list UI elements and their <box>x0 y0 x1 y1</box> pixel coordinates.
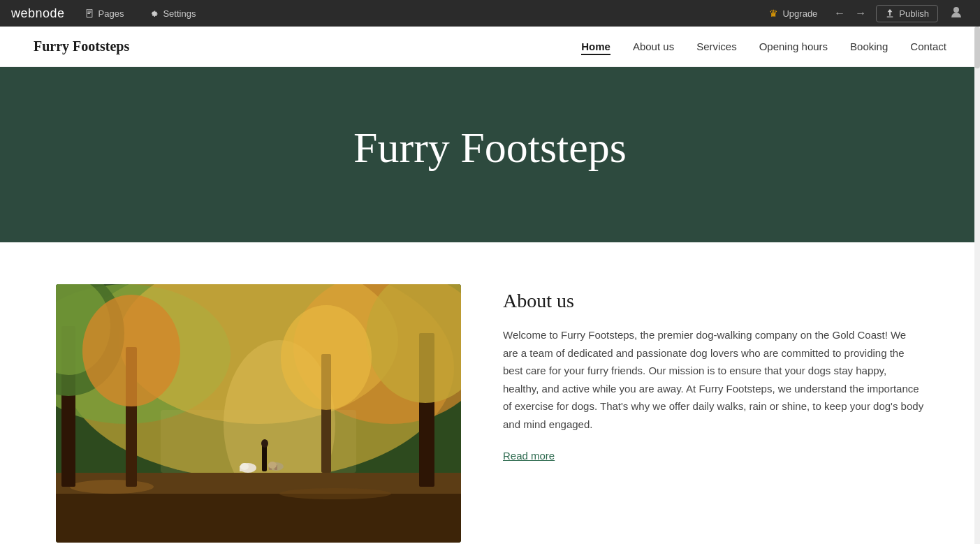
upgrade-button[interactable]: ♛ Upgrade <box>762 5 824 22</box>
hero-title: Furry Footsteps <box>353 123 627 172</box>
svg-point-19 <box>281 305 372 410</box>
svg-point-17 <box>82 295 180 406</box>
nav-link-contact[interactable]: Contact <box>910 41 946 52</box>
editor-bar-right: ♛ Upgrade ← → Publish <box>762 2 969 25</box>
nav-link-home[interactable]: Home <box>581 41 610 55</box>
svg-rect-20 <box>161 410 356 473</box>
user-icon <box>949 5 963 19</box>
park-svg <box>56 284 461 543</box>
gear-icon <box>149 8 159 18</box>
crown-icon: ♛ <box>769 8 778 19</box>
nav-link-booking[interactable]: Booking <box>850 41 888 52</box>
nav-item-booking[interactable]: Booking <box>850 41 888 53</box>
svg-point-27 <box>240 463 249 470</box>
svg-rect-26 <box>251 466 254 471</box>
nav-item-contact[interactable]: Contact <box>910 41 946 53</box>
svg-point-31 <box>268 462 277 469</box>
publish-label: Publish <box>899 8 929 19</box>
nav-item-services[interactable]: Services <box>696 41 737 53</box>
scrollbar-thumb[interactable] <box>974 27 980 68</box>
pages-button[interactable]: Pages <box>79 6 130 22</box>
content-section: About us Welcome to Furry Footsteps, the… <box>0 242 980 544</box>
site-navigation: Furry Footsteps Home About us Services O… <box>0 27 980 67</box>
site-wrapper: Furry Footsteps Home About us Services O… <box>0 27 980 544</box>
park-scene <box>56 284 461 543</box>
pages-label: Pages <box>98 8 124 19</box>
scrollbar[interactable] <box>974 27 980 544</box>
pages-icon <box>85 8 94 18</box>
nav-item-home[interactable]: Home <box>581 41 610 53</box>
about-image-container <box>56 284 461 543</box>
svg-rect-0 <box>887 16 893 17</box>
svg-rect-21 <box>262 445 267 471</box>
nav-link-services[interactable]: Services <box>696 41 737 52</box>
editor-bar: webnode Pages Settings ♛ Upgrade ← → <box>0 0 980 27</box>
svg-point-22 <box>261 439 268 448</box>
svg-point-10 <box>279 488 391 499</box>
user-account-button[interactable] <box>944 2 969 25</box>
nav-item-hours[interactable]: Opening hours <box>759 41 828 53</box>
undo-button[interactable]: ← <box>830 4 849 22</box>
read-more-link[interactable]: Read more <box>503 450 555 462</box>
nav-link-hours[interactable]: Opening hours <box>759 41 828 52</box>
svg-point-9 <box>70 480 154 494</box>
site-logo: Furry Footsteps <box>34 38 129 54</box>
settings-button[interactable]: Settings <box>143 6 201 22</box>
about-body: Welcome to Furry Footsteps, the premier … <box>503 326 924 433</box>
about-image <box>56 284 461 543</box>
site-menu: Home About us Services Opening hours Boo… <box>581 41 946 53</box>
about-text-container: About us Welcome to Furry Footsteps, the… <box>503 284 924 462</box>
nav-item-about[interactable]: About us <box>633 41 674 53</box>
editor-bar-left: webnode Pages Settings <box>11 6 201 22</box>
redo-button[interactable]: → <box>851 4 870 22</box>
webnode-logo: webnode <box>11 6 65 21</box>
publish-button[interactable]: Publish <box>876 5 938 22</box>
nav-link-about[interactable]: About us <box>633 41 674 52</box>
upgrade-label: Upgrade <box>782 8 817 19</box>
undo-redo-group: ← → <box>830 4 870 22</box>
upload-icon <box>885 8 895 18</box>
about-grid: About us Welcome to Furry Footsteps, the… <box>56 284 924 543</box>
about-heading: About us <box>503 290 924 312</box>
hero-section: Furry Footsteps <box>0 67 980 242</box>
settings-label: Settings <box>163 8 196 19</box>
